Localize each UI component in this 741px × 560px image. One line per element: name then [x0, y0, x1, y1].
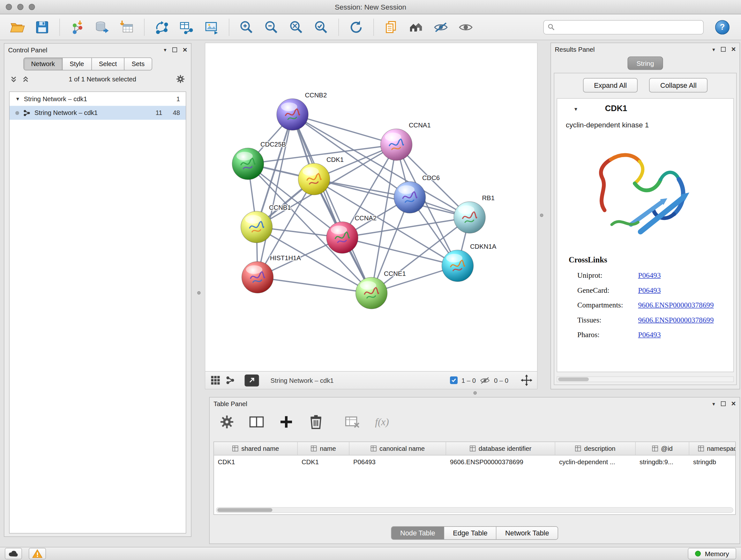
- disclosure-triangle-icon[interactable]: ▼: [15, 97, 20, 102]
- selected-items-checkbox[interactable]: [450, 376, 458, 384]
- disclosure-triangle-icon[interactable]: ▼: [574, 106, 578, 111]
- zoom-in-button[interactable]: [236, 17, 257, 38]
- scrollbar-thumb[interactable]: [558, 377, 589, 381]
- show-columns-button[interactable]: [248, 414, 265, 431]
- tab-select[interactable]: Select: [91, 58, 125, 70]
- string-results-tab[interactable]: String: [627, 57, 663, 70]
- splitter-handle[interactable]: [540, 213, 543, 217]
- tab-node-table[interactable]: Node Table: [392, 527, 444, 539]
- uniprot-link[interactable]: P06493: [638, 271, 661, 279]
- export-image-button[interactable]: [201, 17, 222, 38]
- copy-button[interactable]: [381, 17, 402, 38]
- panel-menu-icon[interactable]: ▾: [712, 401, 715, 407]
- network-canvas[interactable]: CCNB2CCNA1CDC25BCDK1CDC6RB1CCNB1CCNA2CDK…: [205, 43, 537, 371]
- function-builder-button[interactable]: f(x): [374, 414, 391, 431]
- home-button[interactable]: [406, 17, 427, 38]
- tab-network[interactable]: Network: [24, 58, 63, 70]
- hidden-items-icon[interactable]: [480, 376, 490, 384]
- column-header-id[interactable]: @id: [636, 442, 689, 455]
- column-header-namespace[interactable]: namespac: [689, 442, 736, 455]
- annotation-mode-button[interactable]: [245, 374, 259, 386]
- column-header-database-identifier[interactable]: database identifier: [446, 442, 555, 455]
- node-CCNE1[interactable]: [356, 277, 387, 309]
- node-CCNA1[interactable]: [381, 129, 412, 161]
- panel-close-icon[interactable]: ×: [731, 401, 736, 406]
- network-collection-row[interactable]: ▼ String Network – cdk1 1: [10, 92, 186, 106]
- edge-CCNB2-CCNA1[interactable]: [293, 115, 397, 145]
- tab-edge-table[interactable]: Edge Table: [444, 527, 496, 539]
- minimize-window-button[interactable]: [17, 4, 23, 10]
- panel-menu-icon[interactable]: ▾: [712, 46, 715, 53]
- column-header-shared-name[interactable]: shared name: [214, 442, 298, 455]
- panel-float-icon[interactable]: [721, 47, 725, 52]
- new-network-from-selection-button[interactable]: [151, 17, 172, 38]
- panel-menu-icon[interactable]: ▾: [164, 47, 166, 53]
- table-horizontal-scrollbar[interactable]: [216, 507, 734, 513]
- hide-details-button[interactable]: [430, 17, 452, 38]
- delete-column-button[interactable]: [307, 414, 325, 431]
- column-header-canonical-name[interactable]: canonical name: [349, 442, 446, 455]
- edge-CCNB2-HIST1H1A[interactable]: [258, 115, 293, 277]
- genecard-link[interactable]: P06493: [638, 286, 661, 294]
- edge-CCNB2-CCNE1[interactable]: [293, 115, 372, 294]
- node-HIST1H1A[interactable]: [242, 261, 273, 293]
- column-header-description[interactable]: description: [555, 442, 636, 455]
- panel-float-icon[interactable]: [721, 401, 725, 406]
- pharos-link[interactable]: P06493: [638, 330, 661, 339]
- compartments-link[interactable]: 9606.ENSP00000378699: [638, 300, 714, 309]
- tab-network-table[interactable]: Network Table: [496, 527, 557, 539]
- splitter-handle[interactable]: [197, 291, 201, 295]
- splitter-handle[interactable]: [474, 391, 477, 395]
- scrollbar-thumb[interactable]: [217, 508, 273, 512]
- refresh-view-button[interactable]: [346, 17, 367, 38]
- network-row-selected[interactable]: String Network – cdk1 11 48: [10, 106, 186, 120]
- tab-sets[interactable]: Sets: [125, 58, 152, 70]
- tab-style[interactable]: Style: [63, 58, 92, 70]
- node-CDC25B[interactable]: [232, 148, 264, 180]
- results-horizontal-scrollbar[interactable]: [557, 376, 734, 382]
- collapse-all-button[interactable]: Collapse All: [650, 78, 708, 92]
- share-network-icon[interactable]: [226, 375, 235, 385]
- node-RB1[interactable]: [454, 202, 485, 233]
- save-session-button[interactable]: [31, 17, 53, 38]
- cloud-status-button[interactable]: [5, 548, 22, 559]
- table-row[interactable]: CDK1 CDK1 P06493 9606.ENSP00000378699 cy…: [214, 455, 736, 469]
- gear-icon[interactable]: [176, 74, 185, 84]
- edge-HIST1H1A-CCNE1[interactable]: [258, 277, 372, 294]
- memory-button[interactable]: Memory: [688, 548, 736, 559]
- node-CDC6[interactable]: [394, 182, 426, 213]
- collapse-all-icon[interactable]: [10, 75, 17, 83]
- open-session-button[interactable]: [7, 17, 28, 38]
- grid-view-icon[interactable]: [210, 375, 221, 386]
- help-button[interactable]: ?: [715, 20, 730, 34]
- zoom-out-button[interactable]: [261, 17, 282, 38]
- panel-float-icon[interactable]: [172, 48, 177, 52]
- search-input[interactable]: [558, 23, 699, 31]
- import-table-file-button[interactable]: [117, 17, 138, 38]
- zoom-selected-button[interactable]: [311, 17, 332, 38]
- warnings-button[interactable]: [29, 548, 46, 559]
- zoom-window-button[interactable]: [29, 4, 35, 10]
- import-network-database-button[interactable]: [91, 17, 113, 38]
- column-header-name[interactable]: name: [298, 442, 349, 455]
- title-bar[interactable]: Session: New Session: [0, 0, 741, 14]
- delete-table-button[interactable]: [344, 414, 361, 431]
- node-CDKN1A[interactable]: [442, 250, 474, 282]
- pan-crosshair-icon[interactable]: [521, 374, 532, 386]
- zoom-fit-button[interactable]: [286, 17, 307, 38]
- expand-all-button[interactable]: Expand All: [583, 78, 638, 92]
- node-CDK1[interactable]: [298, 164, 330, 195]
- node-CCNB2[interactable]: [277, 99, 308, 130]
- node-CCNA2[interactable]: [327, 222, 358, 253]
- expand-all-icon[interactable]: [22, 75, 29, 83]
- add-column-button[interactable]: [278, 414, 295, 431]
- close-window-button[interactable]: [6, 4, 12, 10]
- table-settings-button[interactable]: [218, 414, 235, 431]
- node-CCNB1[interactable]: [241, 211, 273, 243]
- show-details-button[interactable]: [455, 17, 476, 38]
- tissues-link[interactable]: 9606.ENSP00000378699: [638, 315, 714, 324]
- import-network-file-button[interactable]: [67, 17, 88, 38]
- panel-close-icon[interactable]: ×: [183, 48, 187, 52]
- panel-close-icon[interactable]: ×: [731, 47, 736, 52]
- new-table-button[interactable]: [176, 17, 197, 38]
